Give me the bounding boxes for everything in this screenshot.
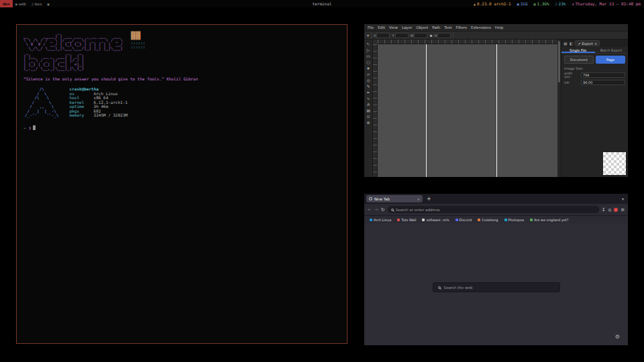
y-label: Y [392, 34, 394, 38]
volume-icon: ♪ [555, 2, 557, 6]
zoom-tool-icon[interactable]: ⊕ [366, 120, 370, 125]
h-field[interactable]: H [435, 33, 451, 38]
menu-text[interactable]: Text [444, 25, 451, 29]
toolbar-separator [371, 32, 372, 38]
workspace-mus[interactable]: ♫ mus [29, 0, 45, 7]
tab-new-tab[interactable]: New Tab × [366, 195, 423, 202]
scrollbar-handle[interactable] [558, 41, 560, 82]
tab-close-icon[interactable]: × [417, 197, 420, 201]
bookmark-favicon [397, 219, 400, 221]
menu-view[interactable]: View [389, 25, 398, 29]
ellipse-tool-icon[interactable]: ○ [366, 60, 370, 64]
bookmark-favicon [455, 219, 458, 221]
star-tool-icon[interactable]: ★ [366, 66, 370, 70]
extension-record-icon[interactable] [614, 208, 618, 212]
clock-icon: ◔ [572, 2, 574, 6]
close-icon[interactable]: × [594, 42, 597, 46]
shell-prompt[interactable]: ~❯ [17, 118, 347, 131]
spiral-tool-icon[interactable]: ◎ [366, 78, 370, 82]
menu-icon[interactable]: ≡ [621, 207, 625, 213]
layout-indicator[interactable]: ▣ [45, 0, 52, 7]
image-size-label: Image Size [561, 65, 628, 71]
web-search-input[interactable]: Search the web [433, 282, 560, 292]
list-tabs-icon[interactable]: ▾ [622, 196, 626, 201]
bookmark-software-refs[interactable]: software .refs [422, 218, 449, 222]
workspace-dev[interactable]: dev [0, 0, 13, 7]
w-field[interactable]: W [411, 33, 428, 38]
menu-filters[interactable]: Filters [455, 25, 467, 29]
text-tool-icon[interactable]: A [367, 102, 370, 107]
bookmark-discord[interactable]: Discord [455, 218, 472, 222]
menu-path[interactable]: Path [432, 25, 440, 29]
calligraphy-tool-icon[interactable]: ∿ [366, 96, 370, 101]
gradient-tool-icon[interactable]: ▤ [366, 108, 370, 113]
back-icon[interactable]: ← [368, 207, 372, 213]
menu-object[interactable]: Object [416, 25, 428, 29]
vertical-ruler[interactable] [373, 44, 378, 177]
page-guide-left[interactable] [426, 44, 427, 177]
horizontal-ruler[interactable] [378, 40, 557, 44]
bookmark-favicon [504, 219, 507, 221]
menu-help[interactable]: Help [495, 25, 504, 29]
reload-icon[interactable]: ↻ [381, 207, 385, 213]
h-input[interactable] [437, 33, 451, 38]
tab-single-file[interactable]: Single File [561, 47, 595, 53]
lock-ratio-icon[interactable]: ▪ [429, 34, 432, 38]
gear-icon[interactable]: ⚙ [615, 334, 620, 340]
document-button[interactable]: Document [564, 56, 594, 64]
drawing-canvas[interactable] [378, 44, 557, 177]
bookmark-codeberg[interactable]: Codeberg [478, 218, 498, 222]
box3d-tool-icon[interactable]: ▱ [367, 72, 370, 76]
objects-dialog-icon[interactable]: ◧ [570, 41, 574, 46]
selector-tool-icon[interactable]: ↖ [366, 42, 370, 46]
downloads-icon[interactable]: ↧ [602, 207, 606, 213]
page-guide-right[interactable] [496, 44, 497, 177]
menu-file[interactable]: File [368, 25, 374, 29]
music-icon: ♫ [32, 2, 34, 6]
fetch-info: crash@bertha osArch Linux hostx86_64 ker… [70, 87, 128, 118]
swatches-dialog-icon[interactable]: ▦ [564, 41, 568, 46]
updates-text: 0.23.0 arch2-1 [477, 1, 511, 6]
tab-bar: New Tab × + ▾ [364, 194, 628, 204]
rectangle-tool-icon[interactable]: ▭ [366, 54, 370, 58]
w-input[interactable] [414, 33, 427, 38]
home-icon[interactable]: ⌂ [608, 207, 611, 213]
h-label: H [435, 34, 437, 38]
menu-layer[interactable]: Layer [402, 25, 412, 29]
fetch-value: 3245M / 32023M [94, 113, 128, 117]
bookmark-label: Discord [460, 218, 472, 222]
menu-extensions[interactable]: Extensions [471, 25, 491, 29]
x-input[interactable] [376, 33, 390, 38]
toolbar-separator [453, 32, 453, 38]
new-tab-content: Search the web ⚙ [364, 223, 628, 345]
page-button[interactable]: Page [596, 56, 625, 64]
w-label: W [411, 34, 414, 38]
bookmark-arch-linux[interactable]: Arch Linux [370, 218, 391, 222]
canvas-area[interactable] [373, 40, 557, 177]
address-bar[interactable]: Search or enter address [388, 206, 599, 213]
bookmark-are-we-england-yet[interactable]: Are we england yet? [530, 218, 568, 222]
y-input[interactable] [395, 33, 409, 38]
terminal-window[interactable]: _ __ _____| | ___ ___ _ __ ___ ___ \ \ /… [16, 24, 347, 344]
new-tab-button[interactable]: + [425, 196, 433, 202]
x-field[interactable]: X [374, 33, 390, 38]
dropper-tool-icon[interactable]: ⊙ [366, 114, 370, 119]
dpi-input[interactable]: 96.00 [581, 80, 625, 85]
export-dialog-tab[interactable]: ↗ Export × [575, 40, 600, 46]
text-cursor [33, 125, 36, 130]
x-label: X [374, 34, 376, 38]
selection-dropdown-icon[interactable]: ▾ [367, 34, 369, 38]
bookmark-photopea[interactable]: Photopea [504, 218, 525, 222]
workspace-web[interactable]: ◉ web [13, 0, 29, 7]
bookmark-label: Codeberg [482, 218, 498, 222]
bookmark-label: Photopea [508, 218, 525, 222]
width-input[interactable]: 794 [581, 72, 625, 78]
forward-icon[interactable]: → [374, 207, 378, 213]
pen-tool-icon[interactable]: ✒ [366, 90, 370, 95]
tab-batch-export[interactable]: Batch Export [595, 47, 629, 53]
y-field[interactable]: Y [392, 33, 408, 38]
bookmark-tuts-wall[interactable]: Tuts Wall [397, 218, 416, 222]
node-editor-tool-icon[interactable]: ▷ [367, 48, 370, 52]
pencil-tool-icon[interactable]: ✎ [366, 84, 370, 88]
menu-edit[interactable]: Edit [378, 25, 385, 29]
